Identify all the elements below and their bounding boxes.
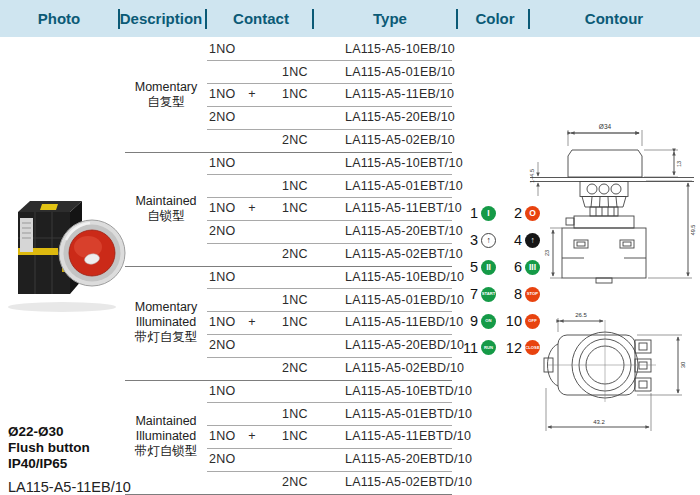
color-swatch-3: ↑: [481, 233, 496, 248]
color-swatch-7: START: [481, 287, 496, 302]
type-code: LA115-A5-10EBT/10: [345, 156, 463, 170]
contact-nc: 2NC: [282, 361, 326, 375]
contact-no: 1NO: [209, 270, 253, 284]
type-code: LA115-A5-20EBTD/10: [345, 452, 472, 466]
type-code: LA115-A5-02EBD/10: [345, 361, 464, 375]
color-number: 2: [514, 205, 522, 221]
contour-rear-view: 26.5 43.2 30: [524, 298, 700, 446]
contact-nc: 2NC: [282, 475, 326, 489]
dim-body-depth: 23: [544, 250, 550, 256]
color-swatch-9: ON: [481, 314, 496, 329]
table-header: PhotoDescriptionContactTypeColorContour: [0, 0, 700, 37]
color-swatch-1: I: [481, 206, 496, 221]
header-col-description: Description: [120, 0, 203, 37]
color-number: 3: [470, 232, 478, 248]
type-code: LA115-A5-01EBT/10: [345, 179, 463, 193]
table-row: 1NOLA115-A5-10EB/10: [0, 38, 700, 61]
type-code: LA115-A5-20EB/10: [345, 110, 455, 124]
table-row: 2NCLA115-A5-02EBTD/10: [0, 471, 700, 494]
color-number: 9: [470, 313, 478, 329]
color-number: 11: [463, 340, 478, 356]
type-code: LA115-A5-02EB/10: [345, 133, 455, 147]
dim-panel-thickness: 1~4.5: [529, 169, 535, 183]
contact-no: 2NO: [209, 110, 253, 124]
color-option-3: 3↑: [452, 227, 496, 254]
type-code: LA115-A5-02EBT/10: [345, 247, 463, 261]
contact-plus: +: [244, 87, 260, 101]
contact-nc: 1NC: [282, 87, 326, 101]
dim-total-width: 43.2: [593, 419, 605, 425]
dim-diameter: Ø34: [599, 123, 612, 130]
contact-plus: +: [244, 201, 260, 215]
dim-cap-height: 13: [676, 161, 682, 167]
color-number: 12: [506, 340, 522, 356]
color-swatch-5: II: [481, 260, 496, 275]
color-option-7: 7START: [452, 281, 496, 308]
contact-no: 2NO: [209, 338, 253, 352]
table-row: 1NCLA115-A5-01EB/10: [0, 60, 700, 83]
contact-nc: 1NC: [282, 315, 326, 329]
color-number: 8: [514, 286, 522, 302]
contact-nc: 1NC: [282, 201, 326, 215]
color-option-1: 1I: [452, 200, 496, 227]
color-number: 1: [470, 205, 478, 221]
dim-center-offset: 26.5: [575, 312, 587, 318]
contact-nc: 1NC: [282, 179, 326, 193]
contact-no: 1NO: [209, 42, 253, 56]
color-option-9: 9ON: [452, 308, 496, 335]
color-number: 7: [470, 286, 478, 302]
contact-nc: 1NC: [282, 293, 326, 307]
contact-no: 1NO: [209, 384, 253, 398]
contact-nc: 1NC: [282, 65, 326, 79]
type-code: LA115-A5-20EBT/10: [345, 224, 463, 238]
type-code: LA115-A5-01EBTD/10: [345, 407, 472, 421]
color-swatch-11: RUN: [481, 340, 496, 355]
type-code: LA115-A5-11EBTD/10: [345, 429, 471, 443]
table-row: 2NOLA115-A5-20EBTD/10: [0, 448, 700, 471]
type-code: LA115-A5-01EB/10: [345, 65, 455, 79]
header-col-photo: Photo: [38, 0, 81, 37]
color-number: 5: [470, 259, 478, 275]
header-col-color: Color: [475, 0, 514, 37]
header-divider: [528, 9, 530, 29]
type-code: LA115-A5-11EBD/10: [345, 315, 463, 329]
header-divider: [456, 9, 458, 29]
dim-rear-height: 30: [680, 361, 686, 368]
header-col-contour: Contour: [585, 0, 643, 37]
color-option-11: 11RUN: [452, 334, 496, 361]
header-divider: [118, 9, 120, 29]
color-number: 10: [506, 313, 522, 329]
contour-front-view: Ø34: [524, 102, 700, 298]
contact-nc: 2NC: [282, 133, 326, 147]
color-number: 4: [514, 232, 522, 248]
color-number: 6: [514, 259, 522, 275]
dim-body-height: 49.5: [690, 225, 696, 236]
type-code: LA115-A5-20EBD/10: [345, 338, 464, 352]
header-col-type: Type: [373, 0, 407, 37]
contact-no: 1NO: [209, 156, 253, 170]
contact-nc: 1NC: [282, 407, 326, 421]
header-divider: [205, 9, 207, 29]
type-code: LA115-A5-10EBD/10: [345, 270, 464, 284]
color-option-5: 5II: [452, 254, 496, 281]
type-code: LA115-A5-01EBD/10: [345, 293, 464, 307]
contact-nc: 2NC: [282, 247, 326, 261]
type-code: LA115-A5-11EBT/10: [345, 201, 462, 215]
type-code: LA115-A5-10EBTD/10: [345, 384, 472, 398]
group-separator: [125, 494, 452, 495]
type-code: LA115-A5-11EB/10: [345, 87, 454, 101]
contact-plus: +: [244, 315, 260, 329]
header-divider: [312, 9, 314, 29]
contact-no: 2NO: [209, 224, 253, 238]
type-code: LA115-A5-02EBTD/10: [345, 475, 472, 489]
contact-plus: +: [244, 429, 260, 443]
header-col-contact: Contact: [233, 0, 289, 37]
type-code: LA115-A5-10EB/10: [345, 42, 455, 56]
contact-nc: 1NC: [282, 429, 326, 443]
contact-no: 2NO: [209, 452, 253, 466]
catalog-page: PhotoDescriptionContactTypeColorContour …: [0, 0, 700, 495]
